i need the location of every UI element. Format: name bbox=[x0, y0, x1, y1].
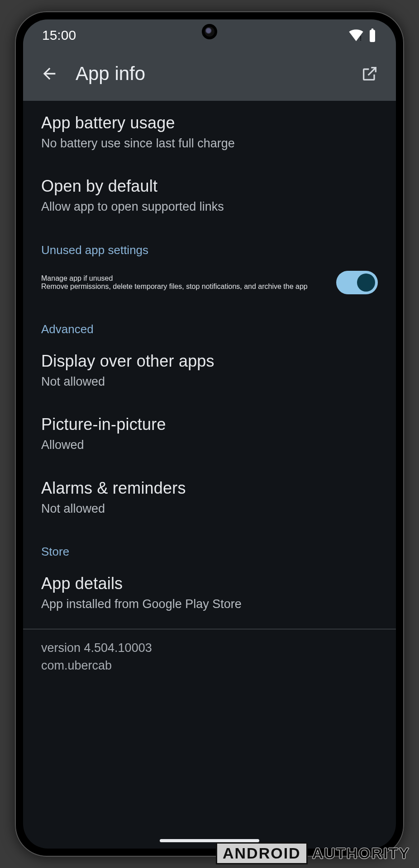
row-title: Picture-in-picture bbox=[41, 415, 378, 434]
row-subtitle: No battery use since last full charge bbox=[41, 135, 378, 151]
app-bar: App info bbox=[23, 51, 396, 101]
page-title: App info bbox=[76, 63, 343, 85]
row-alarms-reminders[interactable]: Alarms & reminders Not allowed bbox=[23, 466, 396, 529]
arrow-left-icon bbox=[40, 65, 58, 83]
device-frame: 15:00 ! App info bbox=[15, 11, 404, 857]
watermark-part-b: AUTHORITY bbox=[308, 844, 414, 863]
row-title: Alarms & reminders bbox=[41, 479, 378, 498]
clock: 15:00 bbox=[42, 28, 76, 43]
home-indicator[interactable] bbox=[160, 839, 259, 842]
row-title: Open by default bbox=[41, 177, 378, 196]
open-external-button[interactable] bbox=[357, 61, 382, 86]
row-open-by-default[interactable]: Open by default Allow app to open suppor… bbox=[23, 164, 396, 227]
row-subtitle: Allowed bbox=[41, 437, 378, 453]
wifi-icon: ! bbox=[349, 29, 363, 41]
row-picture-in-picture[interactable]: Picture-in-picture Allowed bbox=[23, 402, 396, 466]
watermark-part-a: ANDROID bbox=[216, 842, 308, 864]
app-version: version 4.504.10003 bbox=[41, 639, 378, 657]
status-icons: ! bbox=[349, 28, 377, 42]
svg-text:!: ! bbox=[360, 35, 362, 41]
battery-icon bbox=[368, 28, 377, 42]
open-in-new-icon bbox=[361, 65, 379, 83]
row-title: App battery usage bbox=[41, 113, 378, 132]
app-meta: version 4.504.10003 com.ubercab bbox=[23, 629, 396, 693]
row-subtitle: Remove permissions, delete temporary fil… bbox=[41, 283, 325, 291]
row-title: App details bbox=[41, 574, 378, 593]
svg-rect-1 bbox=[370, 30, 375, 42]
watermark: ANDROID AUTHORITY bbox=[216, 842, 414, 864]
row-display-over-apps[interactable]: Display over other apps Not allowed bbox=[23, 339, 396, 402]
row-subtitle: Allow app to open supported links bbox=[41, 198, 378, 215]
row-subtitle: Not allowed bbox=[41, 500, 378, 517]
section-store: Store bbox=[23, 529, 396, 561]
manage-unused-toggle[interactable] bbox=[336, 271, 378, 294]
toggle-knob bbox=[357, 274, 375, 292]
camera-hole bbox=[202, 24, 217, 39]
back-button[interactable] bbox=[37, 61, 62, 86]
row-title: Manage app if unused bbox=[41, 274, 325, 283]
section-advanced: Advanced bbox=[23, 307, 396, 339]
section-unused: Unused app settings bbox=[23, 228, 396, 260]
row-manage-unused[interactable]: Manage app if unused Remove permissions,… bbox=[23, 260, 396, 307]
row-subtitle: App installed from Google Play Store bbox=[41, 596, 378, 612]
content: App battery usage No battery use since l… bbox=[23, 101, 396, 849]
row-app-battery-usage[interactable]: App battery usage No battery use since l… bbox=[23, 101, 396, 164]
row-subtitle: Not allowed bbox=[41, 373, 378, 390]
row-title: Display over other apps bbox=[41, 352, 378, 371]
app-package: com.ubercab bbox=[41, 657, 378, 675]
svg-rect-2 bbox=[371, 28, 374, 31]
row-app-details[interactable]: App details App installed from Google Pl… bbox=[23, 561, 396, 622]
screen: 15:00 ! App info bbox=[23, 19, 396, 849]
